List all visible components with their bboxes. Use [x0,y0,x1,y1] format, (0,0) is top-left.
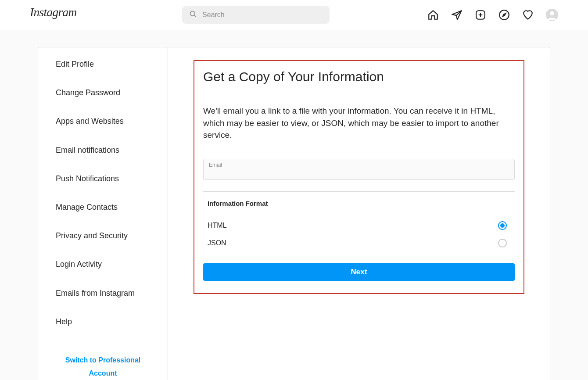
svg-line-2 [194,15,196,17]
svg-point-1 [190,11,195,16]
format-heading: Information Format [203,200,515,207]
settings-sidebar: Edit Profile Change Password Apps and We… [38,47,168,380]
svg-text:Instagram: Instagram [30,6,77,19]
settings-content: Get a Copy of Your Information We'll ema… [168,47,550,380]
format-option-html[interactable]: HTML [203,217,515,234]
sidebar-item-login-activity[interactable]: Login Activity [38,250,168,279]
home-icon[interactable] [427,9,439,21]
svg-marker-8 [503,14,506,17]
sidebar-item-edit-profile[interactable]: Edit Profile [38,50,168,79]
top-nav-bar: Instagram Search [0,0,588,30]
new-post-icon[interactable] [475,9,486,21]
email-label: Email [209,162,509,168]
format-option-json-label: JSON [208,239,226,247]
profile-avatar[interactable] [546,9,558,21]
radio-icon [498,239,507,247]
nav-icons [427,9,558,21]
instagram-logo[interactable]: Instagram [30,5,84,25]
sidebar-item-change-password[interactable]: Change Password [38,79,168,107]
format-option-json[interactable]: JSON [203,234,515,252]
sidebar-item-help[interactable]: Help [38,308,168,336]
email-field[interactable]: Email [203,159,515,180]
messenger-icon[interactable] [451,9,463,21]
sidebar-item-privacy-security[interactable]: Privacy and Security [38,222,168,250]
activity-icon[interactable] [522,9,534,21]
next-button[interactable]: Next [203,263,515,281]
sidebar-item-manage-contacts[interactable]: Manage Contacts [38,193,168,222]
page-title: Get a Copy of Your Information [203,69,515,85]
divider [203,191,515,192]
page-description: We'll email you a link to a file with yo… [203,105,515,141]
explore-icon[interactable] [498,9,510,21]
sidebar-item-email-notifications[interactable]: Email notifications [38,136,168,165]
settings-container: Edit Profile Change Password Apps and We… [38,47,550,380]
sidebar-item-apps-websites[interactable]: Apps and Websites [38,107,168,136]
svg-point-10 [550,11,554,15]
search-input[interactable]: Search [182,6,330,24]
format-option-html-label: HTML [208,222,227,229]
sidebar-item-push-notifications[interactable]: Push Notifications [38,165,168,193]
sidebar-item-emails-from-instagram[interactable]: Emails from Instagram [38,279,168,308]
search-icon [189,10,197,20]
switch-professional-link[interactable]: Switch to Professional Account [38,336,168,380]
radio-icon [498,221,507,230]
download-info-panel: Get a Copy of Your Information We'll ema… [194,60,524,294]
search-placeholder: Search [202,11,225,19]
